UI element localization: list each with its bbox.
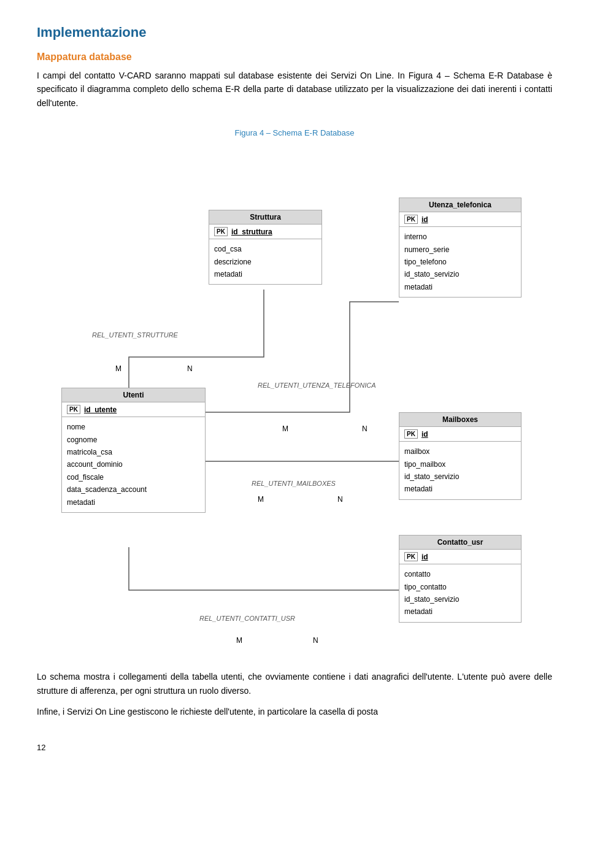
mn-n-3: N xyxy=(337,495,343,504)
field-item: tipo_telefono xyxy=(404,256,516,268)
mailboxes-pk-field: id xyxy=(422,430,428,439)
pk-label: PK xyxy=(67,405,80,414)
section-title: Mappatura database xyxy=(37,52,552,63)
mn-m-4: M xyxy=(236,636,242,645)
mn-n-4: N xyxy=(313,636,318,645)
rel-label-1: REL_UTENTI_STRUTTURE xyxy=(92,331,178,339)
pk-label: PK xyxy=(404,429,418,439)
field-item: id_stato_servizio xyxy=(404,470,516,483)
mailboxes-fields: mailbox tipo_mailbox id_stato_servizio m… xyxy=(399,442,521,499)
field-item: tipo_mailbox xyxy=(404,458,516,470)
utenza-fields: interno numero_serie tipo_telefono id_st… xyxy=(399,227,521,297)
field-item: interno xyxy=(404,231,516,243)
field-item: mailbox xyxy=(404,445,516,458)
mn-m-1: M xyxy=(115,364,121,373)
contatto-fields: contatto tipo_contatto id_stato_servizio… xyxy=(399,564,521,622)
field-item: contatto xyxy=(404,568,516,580)
pk-label: PK xyxy=(214,227,228,236)
utenti-pk-field: id_utente xyxy=(84,405,117,414)
utenza-header: Utenza_telefonica xyxy=(399,198,521,212)
field-item: metadati xyxy=(214,268,317,280)
field-item: account_dominio xyxy=(67,458,200,470)
mn-n-2: N xyxy=(362,424,368,433)
field-item: cognome xyxy=(67,434,200,446)
mailboxes-pk-row: PK id xyxy=(399,427,521,442)
mn-m-2: M xyxy=(282,424,288,433)
field-item: descrizione xyxy=(214,256,317,268)
pk-label: PK xyxy=(404,552,418,561)
rel-label-4: REL_UTENTI_CONTATTI_USR xyxy=(199,615,295,622)
utenti-header: Utenti xyxy=(62,388,205,402)
rel-label-3: REL_UTENTI_MAILBOXES xyxy=(252,480,336,487)
entity-mailboxes: Mailboxes PK id mailbox tipo_mailbox id_… xyxy=(399,412,522,500)
struttura-header: Struttura xyxy=(209,210,321,225)
intro-paragraph: I campi del contatto V-CARD saranno mapp… xyxy=(37,69,552,110)
outro-paragraph-1: Lo schema mostra i collegamenti della ta… xyxy=(37,670,552,697)
field-item: data_scadenza_account xyxy=(67,483,200,496)
field-item: metadati xyxy=(404,281,516,293)
field-item: metadati xyxy=(404,605,516,618)
outro-paragraph-2: Infine, i Servizi On Line gestiscono le … xyxy=(37,705,552,718)
entity-utenti: Utenti PK id_utente nome cognome matrico… xyxy=(61,388,206,513)
pk-label: PK xyxy=(404,215,418,224)
field-item: tipo_contatto xyxy=(404,581,516,593)
contatto-pk-field: id xyxy=(422,553,428,561)
page-number: 12 xyxy=(37,743,552,752)
field-item: metadati xyxy=(67,496,200,509)
contatto-pk-row: PK id xyxy=(399,550,521,564)
field-item: matricola_csa xyxy=(67,446,200,458)
er-diagram: Struttura PK id_struttura cod_csa descri… xyxy=(55,148,534,651)
utenza-pk-row: PK id xyxy=(399,212,521,227)
field-item: nome xyxy=(67,421,200,433)
struttura-pk-row: PK id_struttura xyxy=(209,225,321,239)
entity-struttura: Struttura PK id_struttura cod_csa descri… xyxy=(209,210,322,285)
rel-label-2: REL_UTENTI_UTENZA_TELEFONICA xyxy=(258,382,376,389)
mn-m-3: M xyxy=(258,495,264,504)
utenti-fields: nome cognome matricola_csa account_domin… xyxy=(62,417,205,512)
field-item: numero_serie xyxy=(404,244,516,256)
contatto-header: Contatto_usr xyxy=(399,536,521,550)
struttura-fields: cod_csa descrizione metadati xyxy=(209,239,321,284)
field-item: id_stato_servizio xyxy=(404,268,516,280)
mailboxes-header: Mailboxes xyxy=(399,413,521,427)
field-item: metadati xyxy=(404,483,516,495)
utenza-pk-field: id xyxy=(422,215,428,224)
field-item: cod_fiscale xyxy=(67,471,200,483)
figure-container: Figura 4 – Schema E-R Database Strutt xyxy=(37,128,552,651)
utenti-pk-row: PK id_utente xyxy=(62,402,205,417)
figure-title: Figura 4 – Schema E-R Database xyxy=(37,128,552,137)
page-title: Implementazione xyxy=(37,25,552,40)
field-item: cod_csa xyxy=(214,243,317,255)
struttura-pk-field: id_struttura xyxy=(231,228,272,236)
entity-utenza-telefonica: Utenza_telefonica PK id interno numero_s… xyxy=(399,198,522,298)
mn-n-1: N xyxy=(187,364,193,373)
entity-contatto-usr: Contatto_usr PK id contatto tipo_contatt… xyxy=(399,535,522,623)
field-item: id_stato_servizio xyxy=(404,593,516,605)
